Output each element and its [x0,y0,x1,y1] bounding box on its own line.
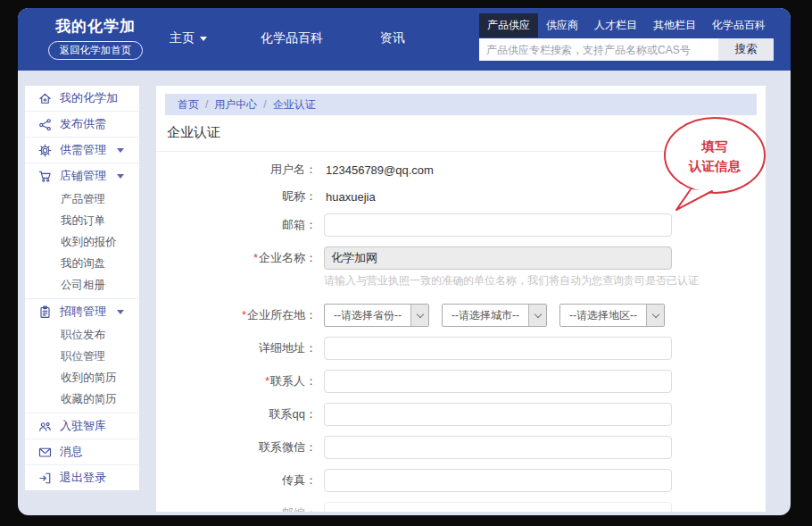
nav-home[interactable]: 主页 [170,30,207,46]
site-logo: 我的化学加 [36,16,155,37]
back-home-button[interactable]: 返回化学加首页 [48,41,144,60]
company-name-label: *企业名称： [156,246,317,288]
breadcrumb-home[interactable]: 首页 [178,98,199,111]
required-mark: * [242,308,246,321]
sidebar-subitem-saved-resumes[interactable]: 收藏的简历 [25,388,139,410]
address-label: 详细地址： [156,337,317,360]
recruit-submenu: 职位发布 职位管理 收到的简历 收藏的简历 [25,324,139,413]
required-mark: * [253,251,258,264]
sidebar-item-logout[interactable]: 退出登录 [25,465,139,490]
sidebar-subitem-job-management[interactable]: 职位管理 [25,346,139,367]
company-name-field [324,246,672,270]
chevron-down-icon [200,37,207,41]
sidebar-item-label: 招聘管理 [60,304,106,320]
top-header: 我的化学加 返回化学加首页 主页 化学品百科 资讯 产品供应 供应商 人才栏目 … [18,8,791,71]
search-tab-suppliers[interactable]: 供应商 [538,13,586,38]
company-location-label: *企业所在地： [156,304,317,327]
sidebar-subitem-received-quotes[interactable]: 收到的报价 [25,231,139,253]
sidebar-item-recruit-management[interactable]: 招聘管理 [25,299,139,324]
breadcrumb-separator: / [205,98,208,111]
address-field[interactable] [324,337,672,360]
chevron-down-icon [646,305,664,326]
cart-icon [38,170,52,183]
breadcrumb: 首页/用户中心/企业认证 [165,94,757,115]
sidebar-item-label: 我的化学加 [60,90,118,106]
search-input[interactable] [479,38,718,61]
form-row-contact-person: *联系人： [156,370,766,393]
fax-label: 传真： [156,469,317,492]
wechat-label: 联系微信： [156,436,317,459]
sidebar-subitem-received-resumes[interactable]: 收到的简历 [25,367,139,388]
company-name-hint: 请输入与营业执照一致的准确的单位名称，我们将自动为您查询贵司是否已认证 [324,273,699,288]
app-window: 我的化学加 返回化学加首页 主页 化学品百科 资讯 产品供应 供应商 人才栏目 … [18,8,791,515]
search-bar: 搜索 [479,38,774,61]
username-value: 123456789@qq.com [326,163,434,177]
sidebar: 我的化学加 发布供需 供需管理 店铺管理 产品管理 我的订 [25,86,139,490]
search-tab-products[interactable]: 产品供应 [479,13,538,38]
annotation-line-2: 认证信息 [688,159,742,173]
nav-chemical-wiki-label: 化学品百科 [261,30,323,45]
sidebar-subitem-my-inquiries[interactable]: 我的询盘 [25,253,139,274]
form-row-company-name: *企业名称： 请输入与营业执照一致的准确的单位名称，我们将自动为您查询贵司是否已… [156,246,766,288]
breadcrumb-separator: / [263,98,266,111]
sidebar-item-label: 发布供需 [60,116,106,132]
username-label: 用户名： [156,160,317,180]
form-row-qq: 联系qq： [156,403,766,426]
sidebar-item-think-tank[interactable]: 入驻智库 [25,413,139,438]
chevron-down-icon [410,305,428,326]
annotation-speech-bubble: 填写 认证信息 [659,113,771,219]
chevron-down-icon [117,174,124,179]
chevron-down-icon [117,148,124,153]
chevron-down-icon [528,305,546,326]
search-tab-other[interactable]: 其他栏目 [645,13,704,38]
sidebar-subitem-my-orders[interactable]: 我的订单 [25,210,139,231]
district-select[interactable]: --请选择地区-- [559,304,665,327]
form-row-address: 详细地址： [156,337,766,360]
search-tab-talent[interactable]: 人才栏目 [586,13,645,38]
wechat-field[interactable] [324,436,672,459]
breadcrumb-current: 企业认证 [273,98,316,111]
postcode-field[interactable] [324,502,672,512]
sidebar-item-my-huaxuejia[interactable]: 我的化学加 [25,86,139,111]
sidebar-item-publish-supply[interactable]: 发布供需 [25,112,139,137]
nickname-label: 昵称： [156,187,317,206]
chevron-down-icon [117,310,124,314]
nav-news[interactable]: 资讯 [380,30,405,46]
sidebar-subitem-product-management[interactable]: 产品管理 [25,188,139,210]
share-icon [38,118,52,131]
email-field[interactable] [324,213,672,237]
search-tab-wiki[interactable]: 化学品百科 [704,13,774,38]
sidebar-subitem-company-album[interactable]: 公司相册 [25,274,139,296]
qq-label: 联系qq： [156,403,317,426]
search-button[interactable]: 搜索 [718,38,774,61]
contact-person-field[interactable] [324,370,672,393]
breadcrumb-user-center[interactable]: 用户中心 [214,98,257,111]
sidebar-item-shop-management[interactable]: 店铺管理 [25,163,139,188]
search-tabs: 产品供应 供应商 人才栏目 其他栏目 化学品百科 [479,13,774,38]
contact-person-label: *联系人： [156,370,317,393]
shop-submenu: 产品管理 我的订单 收到的报价 我的询盘 公司相册 [25,188,139,298]
postcode-label: 邮编： [156,502,317,512]
required-mark: * [265,374,269,388]
nav-chemical-wiki[interactable]: 化学品百科 [261,30,323,46]
logout-icon [38,472,52,485]
annotation-line-1: 填写 [701,139,728,154]
sidebar-item-supply-management[interactable]: 供需管理 [25,138,139,163]
sidebar-item-label: 入驻智库 [60,418,106,434]
nav-home-label: 主页 [170,30,195,45]
home-icon [38,92,52,105]
form-row-fax: 传真： [156,469,766,492]
search-area: 产品供应 供应商 人才栏目 其他栏目 化学品百科 搜索 [479,13,774,61]
clipboard-icon [38,305,52,319]
qq-field[interactable] [324,403,672,426]
province-select[interactable]: --请选择省份-- [324,304,429,327]
sidebar-item-label: 消息 [60,444,83,460]
sidebar-item-messages[interactable]: 消息 [25,439,139,464]
city-select[interactable]: --请选择城市-- [442,304,547,327]
email-label: 邮箱： [156,213,317,237]
nav-news-label: 资讯 [380,30,405,45]
fax-field[interactable] [324,469,672,492]
sidebar-subitem-job-publish[interactable]: 职位发布 [25,324,139,346]
form-row-postcode: 邮编： [156,502,766,512]
form-row-wechat: 联系微信： [156,436,766,459]
